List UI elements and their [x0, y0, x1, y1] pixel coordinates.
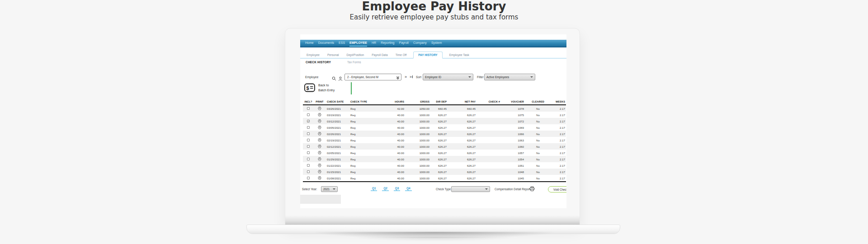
include-checkbox[interactable]: [307, 145, 310, 148]
column-header-check-type: CHECK TYPE: [349, 100, 391, 103]
nav-item-documents[interactable]: Documents: [318, 40, 334, 47]
cell-check-type: Reg: [349, 113, 391, 117]
report-printer-icon[interactable]: [529, 186, 535, 192]
cell-check-type: Reg: [349, 120, 391, 123]
nav-item-home[interactable]: Home: [305, 40, 314, 47]
table-row: 03/19/2021Reg40.001000.00626.27626.27107…: [303, 112, 566, 118]
employee-select-value: 2 - Employee, Second M: [347, 75, 378, 79]
include-checkbox[interactable]: [307, 139, 310, 141]
print-icon[interactable]: [318, 107, 321, 110]
nav-item-payroll[interactable]: Payroll: [399, 40, 409, 47]
print-icon[interactable]: [318, 170, 321, 174]
cell-weeks: 2.17: [551, 113, 566, 117]
print-icon[interactable]: [318, 113, 321, 117]
skip-last-icon[interactable]: »: [410, 74, 413, 80]
print-icon[interactable]: [318, 138, 321, 142]
cell-hours: 40.00: [391, 145, 405, 148]
tab-payroll-data[interactable]: Payroll Data: [371, 52, 388, 58]
cell-check-date: 03/26/2021: [326, 107, 349, 110]
subtab-tax-forms[interactable]: Tax Forms: [347, 61, 361, 64]
cell-weeks: 2.17: [551, 170, 566, 174]
cell-check-type: Reg: [349, 158, 391, 161]
cell-cleared: No: [525, 107, 551, 110]
check-dollar-icon[interactable]: $: [304, 83, 315, 94]
print-icon[interactable]: [318, 151, 321, 155]
cell-cleared: No: [525, 164, 551, 167]
cell-check-type: Reg: [349, 164, 391, 167]
laptop-mockup: Home Documents ESS EMPLOYEE HR Reporting…: [285, 28, 580, 225]
table-row: 01/22/2021Reg40.001000.00626.27626.27105…: [303, 162, 566, 169]
cell-voucher: 1075: [501, 113, 525, 117]
quarter-link-q4[interactable]: Q4: [405, 187, 411, 191]
cell-cleared: No: [525, 139, 551, 142]
tab-pay-history[interactable]: PAY HISTORY: [413, 52, 443, 59]
app-screen: Home Documents ESS EMPLOYEE HR Reporting…: [300, 34, 566, 208]
compensation-report-label: Compensation Detail Report: [495, 188, 530, 191]
filter-select[interactable]: Active Employees: [484, 74, 535, 80]
laptop-reflection: [316, 237, 552, 244]
include-checkbox[interactable]: [307, 113, 310, 116]
include-checkbox[interactable]: ✓: [307, 120, 310, 122]
cell-cleared: No: [525, 113, 551, 117]
tab-employee-task[interactable]: Employee Task: [448, 52, 470, 58]
check-type-select[interactable]: [451, 186, 490, 192]
employee-select-input[interactable]: 2 - Employee, Second M: [344, 74, 401, 80]
include-checkbox[interactable]: [307, 164, 310, 167]
print-icon[interactable]: [318, 132, 321, 136]
include-checkbox[interactable]: [307, 177, 310, 179]
tab-employee[interactable]: Employee: [306, 52, 321, 58]
nav-item-reporting[interactable]: Reporting: [381, 40, 394, 47]
cell-voucher: 1054: [501, 158, 525, 161]
check-table-header: INCL?PRINTCHECK DATECHECK TYPEHOURSGROSS…: [303, 99, 566, 105]
column-header-voucher: VOUCHER: [501, 100, 525, 103]
subtab-check-history[interactable]: CHECK HISTORY: [306, 61, 331, 64]
print-icon[interactable]: [318, 119, 321, 123]
include-checkbox[interactable]: [307, 132, 310, 135]
sort-select[interactable]: Employee ID: [423, 74, 473, 80]
back-to-batch-entry-button[interactable]: Back to Batch Entry: [318, 83, 335, 93]
cell-voucher: 1078: [501, 107, 525, 110]
nav-item-system[interactable]: System: [431, 40, 442, 47]
table-row: 02/26/2021Reg40.001000.00626.27626.27106…: [303, 131, 566, 137]
print-icon[interactable]: [318, 164, 321, 167]
cell-cleared: No: [525, 120, 551, 123]
include-checkbox[interactable]: [307, 158, 310, 160]
column-header-print: PRINT: [314, 100, 326, 103]
tab-time-off[interactable]: Time Off: [395, 52, 408, 58]
include-checkbox[interactable]: [307, 151, 310, 154]
cell-net-pay: 626.27: [448, 126, 476, 129]
cell-voucher: 1060: [501, 145, 525, 148]
check-type-label: Check Type: [436, 188, 451, 191]
cell-voucher: 1048: [501, 170, 525, 174]
tab-personal[interactable]: Personal: [326, 52, 340, 58]
cell-voucher: 1051: [501, 164, 525, 167]
include-checkbox[interactable]: [307, 126, 310, 129]
cell-gross: 1000.00: [405, 132, 430, 136]
print-icon[interactable]: [318, 126, 321, 129]
quarter-link-q1[interactable]: Q1: [371, 187, 377, 191]
nav-item-ess[interactable]: ESS: [339, 40, 345, 47]
nav-item-company[interactable]: Company: [413, 40, 427, 47]
tab-dept-position[interactable]: Dept/Position: [346, 52, 365, 58]
cell-weeks: 2.17: [551, 126, 566, 129]
print-icon[interactable]: [318, 157, 321, 161]
cell-gross: 1000.00: [405, 126, 430, 129]
cell-cleared: No: [525, 145, 551, 148]
include-checkbox[interactable]: [307, 170, 310, 173]
cell-check-date: 03/05/2021: [326, 126, 349, 129]
column-header-check-: CHECK #: [476, 100, 501, 103]
quarter-link-q2[interactable]: Q2: [382, 187, 388, 191]
cell-voucher: 1045: [501, 177, 525, 180]
nav-item-hr[interactable]: HR: [372, 40, 376, 47]
print-icon[interactable]: [318, 145, 321, 148]
double-chevron-icon[interactable]: [396, 75, 400, 80]
quarter-link-q3[interactable]: Q3: [394, 187, 400, 191]
year-select[interactable]: 2021: [321, 186, 338, 192]
skip-next-icon[interactable]: »: [405, 74, 407, 80]
nav-item-employee[interactable]: EMPLOYEE: [349, 40, 367, 47]
print-icon[interactable]: [318, 176, 321, 180]
void-check-button[interactable]: Void Check: [548, 186, 566, 192]
include-checkbox[interactable]: [307, 107, 310, 110]
cell-cleared: No: [525, 158, 551, 161]
cell-dir-dep: 626.27: [430, 132, 448, 136]
